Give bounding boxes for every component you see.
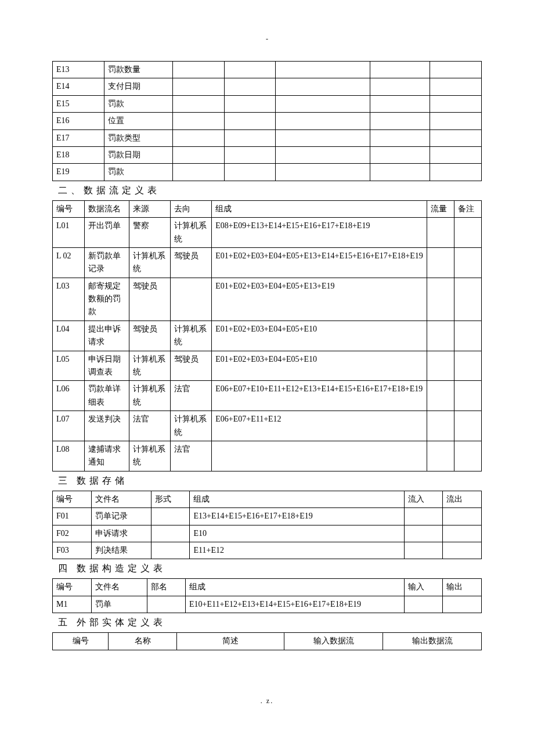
header-cell: 去向	[171, 200, 212, 217]
data-cell: M1	[53, 596, 92, 613]
data-cell	[430, 129, 482, 146]
data-cell: L04	[53, 321, 85, 351]
data-cell: 申诉请求	[91, 525, 151, 542]
data-cell	[430, 62, 482, 78]
table-row: E17罚款类型	[53, 129, 482, 146]
data-cell	[404, 508, 443, 525]
data-cell	[427, 351, 454, 381]
table-row: L03邮寄规定数额的罚款驾驶员E01+E02+E03+E04+E05+E13+E…	[53, 278, 482, 321]
data-cell	[172, 95, 224, 112]
header-cell: 编号	[53, 200, 85, 217]
data-cell	[276, 62, 370, 78]
data-cell: 罚款单详细表	[84, 381, 129, 411]
data-cell	[404, 596, 443, 613]
heading-5: 五 外部实体定义表	[58, 617, 482, 629]
data-cell	[370, 95, 430, 112]
data-cell	[427, 441, 454, 471]
table-row: E19罚款	[53, 164, 482, 181]
header-cell: 文件名	[91, 579, 147, 596]
data-cell: E18	[53, 146, 104, 163]
header-cell: 输入数据流	[284, 633, 383, 650]
data-cell	[454, 411, 481, 441]
data-cell	[151, 525, 190, 542]
data-cell: 位置	[104, 113, 172, 129]
data-cell: E19	[53, 164, 104, 181]
data-cell	[171, 278, 212, 321]
table-row: L06罚款单详细表计算机系统法官E06+E07+E10+E11+E12+E13+…	[53, 381, 482, 411]
data-cell: E10+E11+E12+E13+E14+E15+E16+E17+E18+E19	[186, 596, 405, 613]
data-cell: 罚款	[104, 95, 172, 112]
page-footer: . z.	[52, 697, 482, 705]
data-cell	[370, 62, 430, 78]
data-cell: 罚款类型	[104, 129, 172, 146]
data-cell: 计算机系统	[129, 381, 170, 411]
data-cell: 邮寄规定数额的罚款	[84, 278, 129, 321]
data-cell	[430, 146, 482, 163]
data-cell	[430, 113, 482, 129]
header-cell: 简述	[177, 633, 284, 650]
data-cell: E10	[190, 525, 405, 542]
header-cell: 部名	[147, 579, 186, 596]
data-cell	[404, 542, 443, 559]
data-cell: L07	[53, 411, 85, 441]
table-row: L04提出申诉请求驾驶员计算机系统E01+E02+E03+E04+E05+E10	[53, 321, 482, 351]
data-cell	[454, 218, 481, 248]
table-row: L07发送判决法官计算机系统E06+E07+E11+E12	[53, 411, 482, 441]
data-cell: F01	[53, 508, 92, 525]
data-cell: 驾驶员	[171, 247, 212, 278]
data-cell: 罚单	[91, 596, 147, 613]
header-cell: 组成	[186, 579, 405, 596]
data-cell	[172, 146, 224, 163]
heading-2: 二、数据流定义表	[58, 185, 482, 197]
data-cell: E01+E02+E03+E04+E05+E10	[212, 351, 427, 381]
data-cell	[224, 146, 276, 163]
data-cell	[430, 164, 482, 181]
table-row: 编号数据流名来源去向组成流量备注	[53, 200, 482, 217]
header-cell: 形式	[151, 491, 190, 507]
table-row: F02申诉请求E10	[53, 525, 482, 542]
data-cell: 计算机系统	[129, 247, 170, 278]
data-cell	[370, 164, 430, 181]
data-cell: E13+E14+E15+E16+E17+E18+E19	[190, 508, 405, 525]
data-cell	[427, 278, 454, 321]
table-row: L01开出罚单警察计算机系统E08+E09+E13+E14+E15+E16+E1…	[53, 218, 482, 248]
header-cell: 编号	[53, 579, 92, 596]
data-cell: F03	[53, 542, 92, 559]
data-cell	[172, 113, 224, 129]
table-4-datastruct: 编号文件名部名组成输入输出M1罚单E10+E11+E12+E13+E14+E15…	[52, 578, 482, 613]
data-cell	[427, 381, 454, 411]
table-row: M1罚单E10+E11+E12+E13+E14+E15+E16+E17+E18+…	[53, 596, 482, 613]
table-row: F01罚单记录E13+E14+E15+E16+E17+E18+E19	[53, 508, 482, 525]
data-cell	[151, 542, 190, 559]
header-cell: 来源	[129, 200, 170, 217]
data-cell	[172, 164, 224, 181]
data-cell: L01	[53, 218, 85, 248]
data-cell	[370, 113, 430, 129]
data-cell	[370, 146, 430, 163]
data-cell	[370, 129, 430, 146]
data-cell: E01+E02+E03+E04+E05+E10	[212, 321, 427, 351]
table-row: E18罚款日期	[53, 146, 482, 163]
data-cell	[224, 113, 276, 129]
data-cell: F02	[53, 525, 92, 542]
data-cell	[172, 78, 224, 95]
heading-3: 三 数据存储	[58, 475, 482, 487]
data-cell: 计算机系统	[129, 441, 170, 471]
data-cell: 罚款数量	[104, 62, 172, 78]
header-cell: 流入	[404, 491, 443, 507]
header-cell: 名称	[109, 633, 177, 650]
table-2-dataflow: 编号数据流名来源去向组成流量备注L01开出罚单警察计算机系统E08+E09+E1…	[52, 200, 482, 471]
data-cell: L 02	[53, 247, 85, 278]
heading-4: 四 数据构造定义表	[58, 563, 482, 575]
table-5-external-entity: 编号 名称 简述 输入数据流 输出数据流	[52, 632, 482, 650]
data-cell: 罚单记录	[91, 508, 151, 525]
data-cell: L06	[53, 381, 85, 411]
header-cell: 流量	[427, 200, 454, 217]
data-cell: 新罚款单记录	[84, 247, 129, 278]
data-cell: 支付日期	[104, 78, 172, 95]
data-cell: 申诉日期调查表	[84, 351, 129, 381]
data-cell: L03	[53, 278, 85, 321]
data-cell: E01+E02+E03+E04+E05+E13+E14+E15+E16+E17+…	[212, 247, 427, 278]
data-cell	[147, 596, 186, 613]
data-cell	[427, 321, 454, 351]
